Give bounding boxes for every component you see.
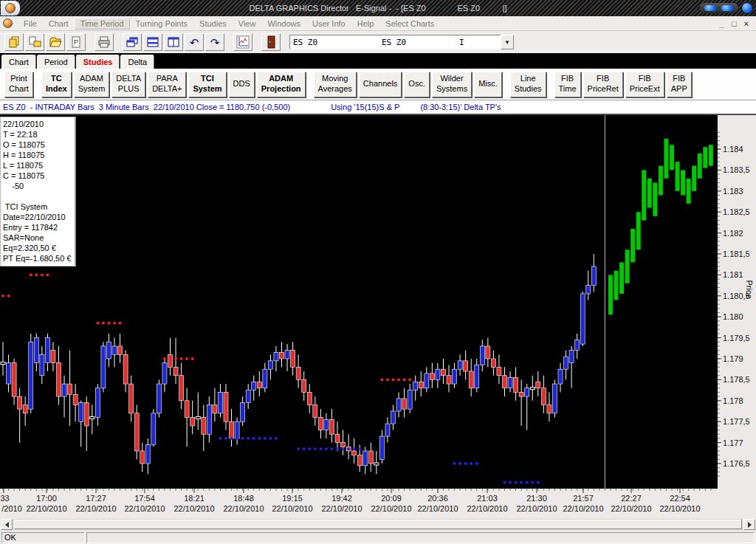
undo-button[interactable]: ↶ xyxy=(185,33,204,51)
menu-app-icon[interactable] xyxy=(3,18,13,28)
menu-item-turning-points[interactable]: Turning Points xyxy=(130,18,194,30)
tab-strip: ChartPeriodStudiesDelta xyxy=(0,53,756,69)
print-button[interactable] xyxy=(94,33,114,51)
svg-text:1.179,5: 1.179,5 xyxy=(723,334,750,342)
symbol-type: I xyxy=(459,38,481,47)
svg-text:18:21: 18:21 xyxy=(184,494,205,503)
svg-text:22/10/2010: 22/10/2010 xyxy=(611,504,651,513)
price-chart-svg[interactable] xyxy=(0,115,718,489)
child-close-button[interactable]: × xyxy=(744,19,749,28)
menu-item-user-info[interactable]: User Info xyxy=(306,18,351,30)
scroll-right-button[interactable] xyxy=(743,519,755,530)
study-button-misc[interactable]: Misc. xyxy=(474,72,502,97)
arrow-left-icon xyxy=(2,522,9,528)
symbol-summary: ES Z0 - INTRADAY Bars 3 Minute Bars 22/1… xyxy=(3,103,290,111)
study-button-para-delta+[interactable]: PARA DELTA+ xyxy=(148,72,186,97)
open-folder-icon xyxy=(48,35,63,49)
minimize-maximize-group xyxy=(700,3,738,13)
svg-text:1.179: 1.179 xyxy=(723,354,743,363)
arrow-right-icon xyxy=(748,522,755,528)
cascade-windows-button[interactable] xyxy=(123,33,142,51)
toolbar: P↶↷ ES Z0 ES Z0 I ▼ xyxy=(0,31,756,53)
price-axis[interactable]: 1.1841.183,51.1831.182,51.1821.181,51.18… xyxy=(718,115,756,489)
tab-period[interactable]: Period xyxy=(37,55,75,69)
svg-text:21:03: 21:03 xyxy=(477,494,498,503)
svg-text:22/10/2010: 22/10/2010 xyxy=(371,504,411,513)
svg-text:21:57: 21:57 xyxy=(573,494,594,503)
svg-text:22/10/2010: 22/10/2010 xyxy=(75,504,116,513)
menu-item-select-charts[interactable]: Select Charts xyxy=(379,18,440,30)
svg-text:22:54: 22:54 xyxy=(670,494,690,503)
scrollbar-thumb[interactable] xyxy=(14,520,742,529)
print-page-button[interactable] xyxy=(25,33,44,51)
tile-vertical-button[interactable] xyxy=(164,33,183,51)
tab-studies[interactable]: Studies xyxy=(76,55,120,69)
menu-item-help[interactable]: Help xyxy=(351,18,380,30)
study-button-wilder-systems[interactable]: Wilder Systems xyxy=(432,72,472,97)
svg-text:1.180: 1.180 xyxy=(723,312,743,321)
ohlc-info-box: 22/10/2010 T = 22:18 O = 118075 H = 1180… xyxy=(0,117,76,266)
study-button-delta-plus[interactable]: DELTA PLUS xyxy=(111,72,145,97)
menu-item-chart[interactable]: Chart xyxy=(43,18,75,30)
svg-text:22/10/2010: 22/10/2010 xyxy=(417,504,458,513)
close-button[interactable] xyxy=(741,2,753,14)
menu-item-view[interactable]: View xyxy=(233,18,262,30)
svg-text:20:36: 20:36 xyxy=(427,494,448,503)
open-folder-button[interactable] xyxy=(46,33,65,51)
scrollbar-track[interactable] xyxy=(13,519,743,530)
title-bar: DELTA GRAPHICS Director E-Signal - - [ES… xyxy=(0,0,756,16)
svg-text:1.182: 1.182 xyxy=(723,229,743,238)
new-chart-button[interactable] xyxy=(4,33,24,51)
exit-door-icon xyxy=(264,35,278,49)
child-restore-button[interactable]: □ xyxy=(732,19,737,28)
svg-text:18:48: 18:48 xyxy=(233,494,254,503)
redo-button[interactable]: ↷ xyxy=(205,33,224,51)
tab-delta[interactable]: Delta xyxy=(120,55,154,69)
exit-door-button[interactable] xyxy=(261,33,281,51)
study-button-adam-system[interactable]: ADAM System xyxy=(74,72,110,97)
study-button-line-studies[interactable]: Line Studies xyxy=(510,72,546,97)
svg-text:22/10/2010: 22/10/2010 xyxy=(563,504,603,513)
time-axis[interactable]: :33/201017:0022/10/201017:2722/10/201017… xyxy=(0,489,756,518)
scroll-left-button[interactable] xyxy=(1,519,13,530)
study-button-fib-app[interactable]: FIB APP xyxy=(667,72,692,97)
study-button-fib-priceret[interactable]: FIB PriceRet xyxy=(583,72,623,97)
toolbar-buttons: P↶↷ xyxy=(4,33,282,51)
menu-item-studies[interactable]: Studies xyxy=(193,18,233,30)
maximize-button[interactable] xyxy=(721,5,734,11)
horizontal-scrollbar[interactable] xyxy=(0,518,756,531)
menu-items-container: FileChartTime PeriodTurning PointsStudie… xyxy=(18,19,440,28)
study-button-dds[interactable]: DDS xyxy=(229,72,255,97)
svg-text:P: P xyxy=(74,38,78,46)
menu-bar: FileChartTime PeriodTurning PointsStudie… xyxy=(0,16,756,31)
study-button-channels[interactable]: Channels xyxy=(359,72,402,97)
svg-text:21:30: 21:30 xyxy=(526,494,547,503)
tile-horizontal-button[interactable] xyxy=(143,33,162,51)
print-page-icon xyxy=(27,35,42,49)
tab-chart[interactable]: Chart xyxy=(1,55,36,69)
status-bar: OK xyxy=(0,531,756,544)
chart-settings-button[interactable] xyxy=(233,33,252,51)
minimize-button[interactable] xyxy=(704,5,717,11)
svg-text:1.177,5: 1.177,5 xyxy=(723,417,750,426)
study-button-fib-priceext[interactable]: FIB PriceExt xyxy=(625,72,664,97)
study-button-print-chart[interactable]: Print Chart xyxy=(4,72,33,97)
svg-text:1.181,5: 1.181,5 xyxy=(723,249,750,258)
combobox-dropdown-button[interactable]: ▼ xyxy=(501,35,514,49)
menu-item-windows[interactable]: Windows xyxy=(261,18,306,30)
svg-text:22/10/2010: 22/10/2010 xyxy=(467,504,507,513)
symbol-combobox[interactable]: ES Z0 ES Z0 I xyxy=(289,35,501,49)
study-button-tc-index[interactable]: TC Index xyxy=(41,72,72,97)
study-button-moving-averages[interactable]: Moving Averages xyxy=(314,72,357,97)
svg-text:1.178,5: 1.178,5 xyxy=(723,375,750,384)
menu-item-file[interactable]: File xyxy=(18,18,43,30)
study-button-tci-system[interactable]: TCI System xyxy=(188,72,226,97)
study-button-fib-time[interactable]: FIB Time xyxy=(554,72,581,97)
menu-item-time-period[interactable]: Time Period xyxy=(75,18,130,30)
svg-text:1.182,5: 1.182,5 xyxy=(723,207,750,216)
study-button-adam-projection[interactable]: ADAM Projection xyxy=(257,72,306,97)
chart-info-bar: ES Z0 - INTRADAY Bars 3 Minute Bars 22/1… xyxy=(0,100,756,115)
study-button-osc[interactable]: Osc. xyxy=(404,72,430,97)
child-minimize-button[interactable]: _ xyxy=(720,19,724,28)
page-p-button[interactable]: P xyxy=(66,33,86,51)
